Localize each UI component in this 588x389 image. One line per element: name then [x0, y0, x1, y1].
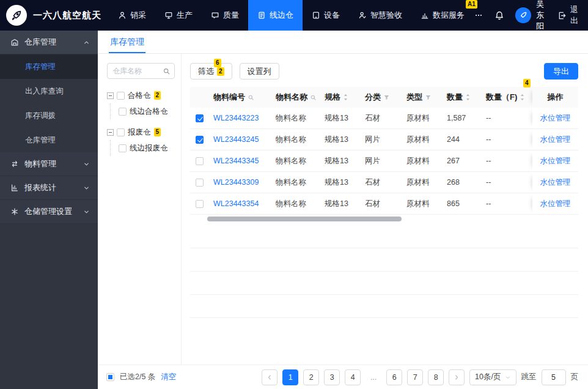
page-button-3[interactable]: 3: [324, 369, 340, 385]
row-checkbox[interactable]: [196, 200, 204, 208]
sidebar-item-inventory-transfer[interactable]: 库存调拨: [0, 103, 98, 128]
collapse-toggle-icon[interactable]: [107, 92, 114, 99]
page-button-6[interactable]: 6: [386, 369, 402, 385]
water-level-link[interactable]: 水位管理: [540, 156, 571, 166]
material-code-link[interactable]: WL23443245: [213, 135, 259, 144]
spec: 规格13: [325, 177, 348, 188]
chevron-down-icon: [505, 374, 511, 380]
material-code-link[interactable]: WL23443354: [213, 199, 259, 208]
page-ellipsis[interactable]: ...: [366, 369, 381, 385]
material-code-link[interactable]: WL23443345: [213, 157, 259, 165]
sidebar-item-inout-query[interactable]: 出入库查询: [0, 79, 98, 103]
tree-node-label[interactable]: 线边合格仓: [130, 106, 168, 117]
user-menu[interactable]: 吴东阳: [515, 0, 546, 32]
category: 石材: [365, 177, 380, 188]
page-button-4[interactable]: 4: [345, 369, 361, 385]
selected-count-text: 已选2/5 条: [120, 372, 155, 382]
page-size-select[interactable]: 10条/页: [469, 369, 516, 385]
nav-item-quality[interactable]: 质量: [202, 0, 248, 31]
warehouse-search-input[interactable]: [112, 67, 163, 75]
search-icon[interactable]: [310, 94, 317, 101]
type: 原材料: [406, 156, 430, 166]
collapse-toggle-icon[interactable]: [107, 129, 114, 136]
column-settings-button[interactable]: 设置列: [240, 63, 279, 80]
clear-selection-link[interactable]: 清空: [161, 372, 176, 382]
header-material-code: 物料编号: [208, 87, 271, 108]
smart-acceptance-icon: [358, 11, 367, 20]
more-icon[interactable]: [474, 11, 483, 20]
tree-node-scrap[interactable]: 报废仓 5: [107, 124, 175, 140]
tree-node-checkbox[interactable]: [117, 92, 125, 100]
qty-f: --: [486, 135, 491, 144]
water-level-link[interactable]: 水位管理: [540, 199, 571, 209]
device-icon: [312, 11, 320, 20]
prev-page-icon[interactable]: [262, 369, 277, 385]
filter-funnel-icon[interactable]: [383, 94, 390, 101]
storage-settings-icon: [10, 207, 19, 216]
select-all-checkbox[interactable]: [106, 373, 114, 381]
tree-node-lineside-scrap[interactable]: 线边报废仓: [110, 140, 175, 156]
nav-item-sales[interactable]: 销采: [109, 0, 155, 31]
material-code-link[interactable]: WL23443223: [213, 114, 259, 122]
sidebar-group-storage-settings[interactable]: 仓储管理设置: [0, 200, 98, 224]
sidebar-item-inventory-management[interactable]: 库存管理: [0, 54, 98, 79]
filter-funnel-icon[interactable]: [425, 94, 432, 101]
sidebar-item-warehouse-management[interactable]: 仓库管理: [0, 128, 98, 152]
notification-bell-icon[interactable]: [494, 10, 504, 20]
jump-to-page-input[interactable]: [542, 369, 566, 385]
brand[interactable]: 一六八航空航天: [0, 5, 109, 26]
lineside-warehouse-icon: [257, 11, 266, 20]
tree-node-checkbox[interactable]: [117, 128, 125, 136]
qty: 268: [447, 178, 460, 187]
row-checkbox[interactable]: [196, 157, 204, 165]
tree-node-label[interactable]: 报废仓: [128, 127, 151, 138]
nav-item-label: 线边仓: [270, 10, 293, 21]
nav-item-lineside-warehouse[interactable]: 线边仓: [248, 0, 303, 31]
material-code-link[interactable]: WL23443309: [213, 178, 259, 187]
sidebar: 仓库管理 库存管理 出入库查询 库存调拨 仓库管理 物料管理 报表统计 仓储管理…: [0, 31, 98, 389]
sort-icon[interactable]: [343, 94, 348, 101]
search-icon[interactable]: [163, 67, 171, 75]
nav-item-data-service[interactable]: 数据服务: [411, 0, 474, 31]
qty-f: --: [486, 178, 491, 187]
export-button[interactable]: 导出: [544, 63, 578, 80]
nav-item-production[interactable]: 生产: [155, 0, 202, 31]
nav-item-smart-acceptance[interactable]: 智慧验收: [349, 0, 411, 31]
row-checkbox[interactable]: [196, 136, 204, 144]
tree-node-label[interactable]: 合格仓: [128, 91, 151, 101]
header-checkbox-cell: [190, 87, 208, 108]
nav-right-tools: 吴东阳 退出: [474, 0, 588, 32]
tree-node-label[interactable]: 线边报废仓: [130, 143, 168, 154]
type: 原材料: [406, 177, 430, 188]
sidebar-group-report-statistics[interactable]: 报表统计: [0, 176, 98, 200]
filter-button-label: 筛选: [198, 66, 214, 77]
inventory-table-area: 筛选 2 设置列 导出 物料编号: [182, 54, 588, 365]
tab-inventory-management[interactable]: 库存管理: [109, 32, 145, 53]
tree-node-lineside-qualified[interactable]: 线边合格仓: [110, 103, 175, 119]
nav-item-label: 设备: [324, 10, 340, 21]
page-button-7[interactable]: 7: [407, 369, 423, 385]
tab-bar: 库存管理: [98, 31, 588, 54]
tree-node-checkbox[interactable]: [119, 144, 127, 152]
tree-node-qualified[interactable]: 合格仓 2: [107, 87, 175, 103]
row-checkbox[interactable]: [196, 179, 204, 187]
filter-button[interactable]: 筛选 2: [190, 63, 232, 80]
row-checkbox[interactable]: [196, 114, 204, 122]
page-button-8[interactable]: 8: [428, 369, 444, 385]
logout-button[interactable]: 退出: [557, 4, 578, 26]
water-level-link[interactable]: 水位管理: [540, 135, 571, 145]
nav-item-equipment[interactable]: 设备: [303, 0, 349, 31]
tree-node-checkbox[interactable]: [119, 108, 127, 116]
sidebar-group-warehouse-management[interactable]: 仓库管理: [0, 31, 98, 54]
page-button-2[interactable]: 2: [303, 369, 319, 385]
water-level-link[interactable]: 水位管理: [540, 177, 571, 188]
search-icon[interactable]: [248, 94, 254, 101]
sort-icon[interactable]: [520, 94, 525, 101]
table-row: WL23443223 物料名称 规格13 石材 原材料 1,587 -- 水位管…: [190, 108, 578, 129]
sort-icon[interactable]: [465, 94, 471, 101]
water-level-link[interactable]: 水位管理: [540, 113, 571, 124]
page-button-1[interactable]: 1: [282, 369, 298, 385]
next-page-icon[interactable]: [449, 369, 465, 385]
scrollbar-thumb[interactable]: [207, 217, 402, 221]
sidebar-group-material-management[interactable]: 物料管理: [0, 152, 98, 176]
